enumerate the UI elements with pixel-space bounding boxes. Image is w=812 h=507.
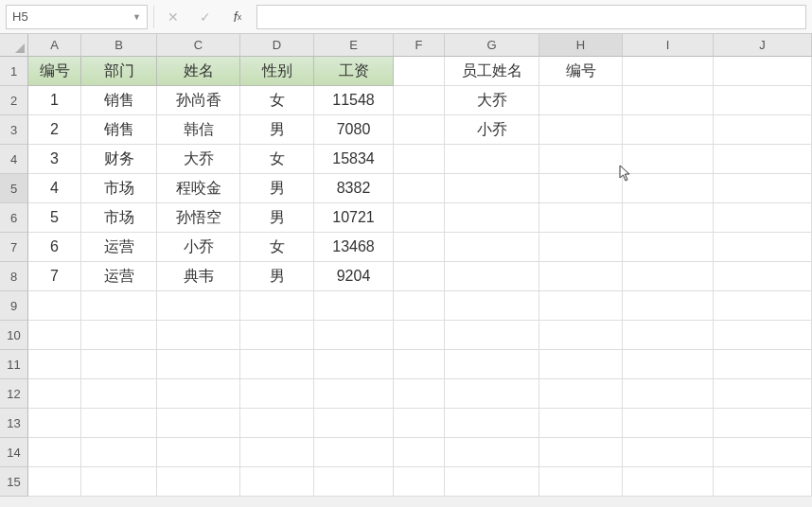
cell-J4[interactable] xyxy=(714,145,812,174)
cell-I5[interactable] xyxy=(623,174,714,203)
cell-B5[interactable]: 市场 xyxy=(81,174,157,203)
cell-D7[interactable]: 女 xyxy=(240,233,314,262)
cell-F9[interactable] xyxy=(394,291,445,321)
cell-B13[interactable] xyxy=(81,409,157,438)
row-header-7[interactable]: 7 xyxy=(0,233,28,262)
cell-J2[interactable] xyxy=(714,86,812,115)
cell-H9[interactable] xyxy=(539,291,623,321)
cell-E2[interactable]: 11548 xyxy=(314,86,394,115)
row-header-12[interactable]: 12 xyxy=(0,379,28,409)
cell-H12[interactable] xyxy=(539,379,623,409)
cell-F8[interactable] xyxy=(394,262,445,291)
cell-F6[interactable] xyxy=(394,203,445,233)
cell-E15[interactable] xyxy=(314,467,394,497)
cell-E1[interactable]: 工资 xyxy=(314,57,394,86)
cell-A5[interactable]: 4 xyxy=(28,174,81,203)
cell-A12[interactable] xyxy=(28,379,81,409)
cell-J3[interactable] xyxy=(714,115,812,145)
cell-I15[interactable] xyxy=(623,467,714,497)
cell-H13[interactable] xyxy=(539,409,623,438)
cell-I13[interactable] xyxy=(623,409,714,438)
cell-E5[interactable]: 8382 xyxy=(314,174,394,203)
column-header-H[interactable]: H xyxy=(539,34,623,57)
cell-B2[interactable]: 销售 xyxy=(81,86,157,115)
cell-E11[interactable] xyxy=(314,350,394,379)
cell-E7[interactable]: 13468 xyxy=(314,233,394,262)
cell-C4[interactable]: 大乔 xyxy=(157,145,240,174)
cell-D15[interactable] xyxy=(240,467,314,497)
cell-B7[interactable]: 运营 xyxy=(81,233,157,262)
cell-C2[interactable]: 孙尚香 xyxy=(157,86,240,115)
cell-E12[interactable] xyxy=(314,379,394,409)
cell-F4[interactable] xyxy=(394,145,445,174)
cell-A14[interactable] xyxy=(28,438,81,467)
column-header-F[interactable]: F xyxy=(394,34,445,57)
cell-C3[interactable]: 韩信 xyxy=(157,115,240,145)
cancel-formula-icon[interactable]: ✕ xyxy=(160,5,186,29)
row-header-11[interactable]: 11 xyxy=(0,350,28,379)
cell-I4[interactable] xyxy=(623,145,714,174)
cell-G2[interactable]: 大乔 xyxy=(445,86,539,115)
cell-C12[interactable] xyxy=(157,379,240,409)
cell-C11[interactable] xyxy=(157,350,240,379)
cell-B4[interactable]: 财务 xyxy=(81,145,157,174)
cell-I6[interactable] xyxy=(623,203,714,233)
cell-H15[interactable] xyxy=(539,467,623,497)
cell-B15[interactable] xyxy=(81,467,157,497)
cell-J5[interactable] xyxy=(714,174,812,203)
cell-C15[interactable] xyxy=(157,467,240,497)
cell-I1[interactable] xyxy=(623,57,714,86)
cell-H8[interactable] xyxy=(539,262,623,291)
cell-A4[interactable]: 3 xyxy=(28,145,81,174)
cell-A13[interactable] xyxy=(28,409,81,438)
cell-F5[interactable] xyxy=(394,174,445,203)
cell-H4[interactable] xyxy=(539,145,623,174)
cell-C10[interactable] xyxy=(157,321,240,350)
cell-A9[interactable] xyxy=(28,291,81,321)
cell-H5[interactable] xyxy=(539,174,623,203)
cell-J9[interactable] xyxy=(714,291,812,321)
cell-C9[interactable] xyxy=(157,291,240,321)
column-header-G[interactable]: G xyxy=(445,34,539,57)
cell-J10[interactable] xyxy=(714,321,812,350)
cell-D2[interactable]: 女 xyxy=(240,86,314,115)
cell-J13[interactable] xyxy=(714,409,812,438)
cell-A15[interactable] xyxy=(28,467,81,497)
column-header-B[interactable]: B xyxy=(81,34,157,57)
cell-D3[interactable]: 男 xyxy=(240,115,314,145)
row-header-4[interactable]: 4 xyxy=(0,145,28,174)
row-header-3[interactable]: 3 xyxy=(0,115,28,145)
cell-G6[interactable] xyxy=(445,203,539,233)
cell-D12[interactable] xyxy=(240,379,314,409)
cell-J6[interactable] xyxy=(714,203,812,233)
cell-B8[interactable]: 运营 xyxy=(81,262,157,291)
cell-G3[interactable]: 小乔 xyxy=(445,115,539,145)
cell-I7[interactable] xyxy=(623,233,714,262)
cell-E13[interactable] xyxy=(314,409,394,438)
cell-H1[interactable]: 编号 xyxy=(539,57,623,86)
name-box[interactable]: H5 ▼ xyxy=(6,5,148,29)
cell-J8[interactable] xyxy=(714,262,812,291)
cell-D6[interactable]: 男 xyxy=(240,203,314,233)
cell-G12[interactable] xyxy=(445,379,539,409)
cell-C14[interactable] xyxy=(157,438,240,467)
cell-G10[interactable] xyxy=(445,321,539,350)
cell-B11[interactable] xyxy=(81,350,157,379)
cell-H3[interactable] xyxy=(539,115,623,145)
cell-G8[interactable] xyxy=(445,262,539,291)
cell-I8[interactable] xyxy=(623,262,714,291)
cell-C8[interactable]: 典韦 xyxy=(157,262,240,291)
cell-E8[interactable]: 9204 xyxy=(314,262,394,291)
cell-D10[interactable] xyxy=(240,321,314,350)
row-header-6[interactable]: 6 xyxy=(0,203,28,233)
cell-A3[interactable]: 2 xyxy=(28,115,81,145)
column-header-J[interactable]: J xyxy=(714,34,812,57)
cell-D9[interactable] xyxy=(240,291,314,321)
cell-B10[interactable] xyxy=(81,321,157,350)
cell-C13[interactable] xyxy=(157,409,240,438)
cell-H2[interactable] xyxy=(539,86,623,115)
cell-J12[interactable] xyxy=(714,379,812,409)
cell-G1[interactable]: 员工姓名 xyxy=(445,57,539,86)
cell-J7[interactable] xyxy=(714,233,812,262)
cell-E3[interactable]: 7080 xyxy=(314,115,394,145)
